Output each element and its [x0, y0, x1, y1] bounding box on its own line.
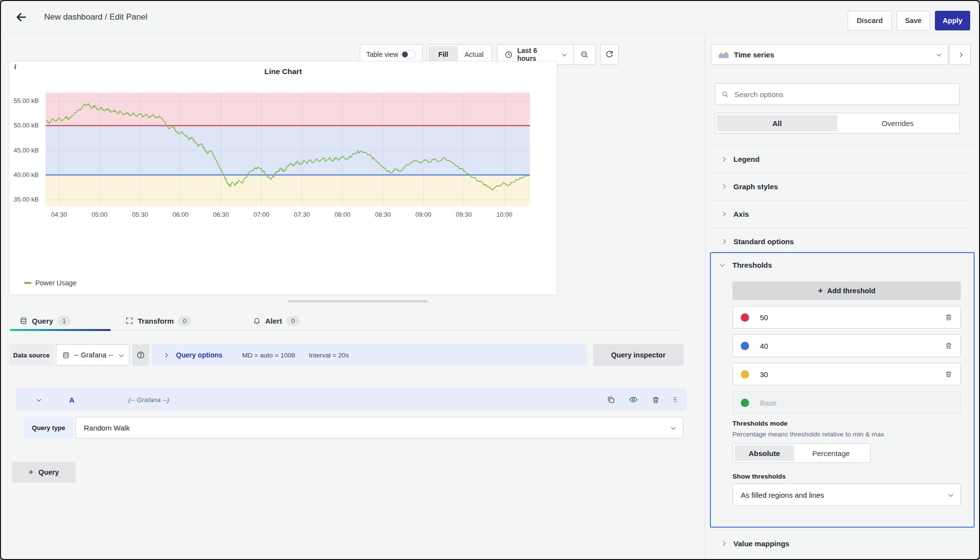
- x-axis-tick: 07:00: [245, 211, 278, 218]
- query-ref-id[interactable]: A: [69, 396, 75, 404]
- clock-icon: [504, 51, 513, 59]
- show-thresholds-select[interactable]: As filled regions and lines: [732, 484, 961, 506]
- query-inspector-button[interactable]: Query inspector: [593, 344, 683, 366]
- duplicate-query-button[interactable]: [607, 396, 615, 404]
- add-threshold-label: Add threshold: [827, 287, 875, 295]
- threshold-row-50[interactable]: 50: [732, 306, 961, 329]
- drag-query-handle[interactable]: [672, 395, 678, 404]
- visualization-value: Time series: [734, 51, 932, 59]
- threshold-value-input[interactable]: 50: [760, 313, 945, 322]
- thresholds-mode-label: Thresholds mode: [732, 420, 788, 427]
- query-type-select[interactable]: Random Walk: [75, 417, 683, 438]
- copy-icon: [607, 396, 615, 404]
- show-thresholds-label: Show thresholds: [732, 473, 786, 480]
- panel-title: Line Chart: [9, 67, 557, 76]
- tab-query[interactable]: Query 1: [20, 311, 71, 330]
- section-value-mappings[interactable]: Value mappings: [711, 530, 973, 557]
- delete-threshold-button[interactable]: [945, 370, 953, 378]
- query-type-value: Random Walk: [84, 424, 672, 432]
- search-input[interactable]: [733, 90, 954, 99]
- filter-tab-all[interactable]: All: [717, 115, 837, 131]
- tab-transform-count: 0: [178, 316, 191, 326]
- y-axis-tick: 50.00 kB: [9, 122, 39, 129]
- add-query-label: Query: [38, 468, 59, 476]
- magnifier-minus-icon: [580, 50, 589, 59]
- back-button[interactable]: [15, 11, 27, 24]
- x-axis: 04:3005:0005:3006:0006:3007:0007:3008:00…: [46, 210, 530, 219]
- delete-query-button[interactable]: [652, 396, 660, 404]
- chevron-right-icon: [721, 239, 726, 244]
- query-row-datasource: (-- Grafana --): [128, 396, 169, 404]
- threshold-row-40[interactable]: 40: [732, 334, 961, 357]
- section-label: Thresholds: [732, 261, 772, 269]
- section-thresholds-header[interactable]: Thresholds: [721, 261, 772, 269]
- mode-percentage-option[interactable]: Percentage: [794, 445, 868, 461]
- time-series-plot[interactable]: [46, 93, 530, 206]
- x-axis-tick: 10:00: [488, 211, 521, 218]
- trash-icon: [652, 396, 660, 404]
- section-axis[interactable]: Axis: [711, 200, 973, 228]
- legend[interactable]: Power Usage: [24, 279, 76, 287]
- threshold-value-input[interactable]: 40: [760, 342, 945, 350]
- table-view-toggle[interactable]: [401, 50, 416, 59]
- plus-icon: +: [28, 467, 34, 478]
- section-legend[interactable]: Legend: [711, 145, 973, 173]
- section-standard-options[interactable]: Standard options: [711, 228, 973, 255]
- trash-icon: [945, 313, 953, 321]
- search-icon: [721, 90, 729, 98]
- transform-icon: [126, 317, 133, 325]
- fill-option[interactable]: Fill: [428, 46, 458, 63]
- zoom-out-button[interactable]: [574, 45, 595, 64]
- options-search-box[interactable]: [715, 83, 960, 105]
- datasource-help-button[interactable]: [132, 344, 149, 366]
- thresholds-mode-description: Percentage means thresholds relative to …: [732, 431, 884, 438]
- chevron-down-icon: [671, 425, 676, 430]
- apply-button[interactable]: Apply: [935, 11, 970, 30]
- collapse-query-chevron-icon[interactable]: [37, 397, 42, 402]
- max-data-points-info: MD = auto = 1008: [242, 352, 295, 359]
- actual-option[interactable]: Actual: [458, 46, 490, 63]
- thresholds-mode-switch: Absolute Percentage: [732, 443, 871, 463]
- query-options-bar[interactable]: Query options MD = auto = 1008 Interval …: [152, 344, 587, 366]
- x-axis-tick: 07:30: [285, 211, 319, 218]
- query-type-label: Query type: [24, 417, 73, 438]
- datasource-select[interactable]: -- Grafana --: [56, 344, 129, 366]
- toggle-query-visibility-button[interactable]: [629, 395, 638, 404]
- section-data-links[interactable]: Data links: [711, 554, 973, 560]
- discard-button[interactable]: Discard: [848, 11, 892, 30]
- refresh-button[interactable]: [600, 44, 619, 65]
- section-graph-styles[interactable]: Graph styles: [711, 173, 973, 200]
- x-axis-tick: 09:30: [447, 211, 480, 218]
- tab-alert[interactable]: Alert 0: [253, 311, 300, 330]
- datasource-value: -- Grafana --: [74, 351, 115, 359]
- add-query-button[interactable]: + Query: [12, 462, 75, 483]
- add-threshold-button[interactable]: + Add threshold: [732, 281, 961, 300]
- delete-threshold-button[interactable]: [945, 342, 953, 350]
- threshold-color-dot[interactable]: [741, 313, 749, 322]
- visualization-select[interactable]: Time series: [711, 44, 948, 65]
- query-options-link[interactable]: Query options: [176, 351, 223, 359]
- threshold-row-30[interactable]: 30: [732, 363, 961, 385]
- active-tab-underline: [10, 329, 111, 331]
- chevron-right-icon: [163, 353, 168, 357]
- collapse-pane-button[interactable]: [949, 44, 971, 65]
- tab-transform[interactable]: Transform 0: [126, 311, 191, 330]
- legend-swatch: [24, 282, 31, 284]
- chevron-down-icon: [949, 492, 954, 497]
- delete-threshold-button[interactable]: [945, 313, 953, 321]
- save-button[interactable]: Save: [897, 11, 930, 30]
- mode-absolute-option[interactable]: Absolute: [734, 445, 794, 461]
- threshold-color-dot[interactable]: [741, 342, 749, 350]
- legend-label[interactable]: Power Usage: [35, 279, 76, 287]
- filter-tab-overrides[interactable]: Overrides: [837, 115, 958, 131]
- chevron-right-icon: [721, 157, 726, 162]
- chevron-down-icon: [119, 352, 124, 357]
- query-row-header[interactable]: A (-- Grafana --): [16, 388, 686, 411]
- chart-panel[interactable]: i Line Chart 35.00 kB40.00 kB45.00 kB50.…: [9, 61, 557, 295]
- panel-resize-handle[interactable]: [288, 300, 427, 303]
- threshold-color-dot[interactable]: [741, 370, 749, 379]
- y-axis-tick: 40.00 kB: [9, 171, 39, 178]
- section-label: Axis: [733, 210, 749, 218]
- threshold-value-input[interactable]: 30: [760, 370, 945, 379]
- tab-alert-count: 0: [286, 316, 300, 326]
